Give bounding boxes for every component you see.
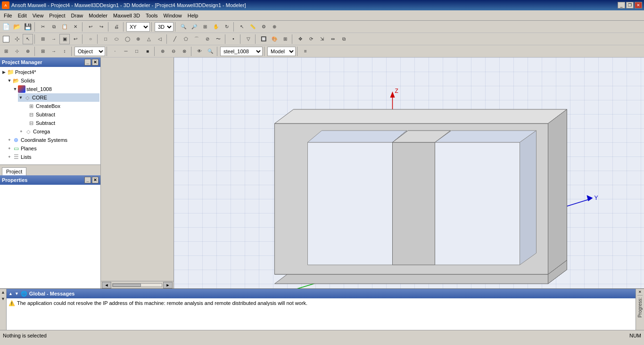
tb-pan[interactable]: ✋ bbox=[211, 22, 221, 32]
tb3-face[interactable]: □ bbox=[132, 46, 142, 57]
tb3-5[interactable]: → bbox=[49, 46, 59, 57]
tb2-box[interactable]: □ bbox=[100, 34, 111, 44]
tb2-arc[interactable]: ⌒ bbox=[191, 34, 202, 44]
close-button[interactable]: ✕ bbox=[635, 2, 642, 8]
scroll-track[interactable] bbox=[112, 283, 162, 287]
menu-modeler[interactable]: Modeler bbox=[86, 12, 110, 19]
tb2-poly[interactable]: ⬠ bbox=[181, 34, 191, 44]
tb3-last[interactable]: ≡ bbox=[300, 46, 311, 57]
tb2-2[interactable]: ⊹ bbox=[12, 34, 22, 44]
select-dropdown[interactable]: Object bbox=[74, 47, 105, 56]
cut-button[interactable]: ✂ bbox=[38, 22, 48, 32]
tb-tools-2[interactable]: ⊕ bbox=[269, 22, 280, 32]
redo-button[interactable]: ↪ bbox=[96, 22, 107, 32]
tb2-rotate2[interactable]: ⟳ bbox=[306, 34, 316, 44]
tb2-1[interactable] bbox=[1, 34, 11, 44]
copy-button[interactable]: ⧉ bbox=[49, 22, 59, 32]
tb2-assign[interactable]: ⊞ bbox=[280, 34, 290, 44]
tb2-color[interactable]: 🎨 bbox=[269, 34, 280, 44]
model-dropdown[interactable]: Model bbox=[267, 47, 296, 56]
tb2-circle[interactable]: ○ bbox=[85, 34, 96, 44]
delete-button[interactable]: ✕ bbox=[70, 22, 81, 32]
scroll-thumb[interactable] bbox=[113, 284, 141, 287]
prop-collapse-btn[interactable]: _ bbox=[84, 177, 91, 183]
tb-rotate[interactable]: ↻ bbox=[222, 22, 232, 32]
tb-select[interactable]: ↖ bbox=[237, 22, 247, 32]
tree-project4[interactable]: ▶ 📁 Project4* bbox=[1, 68, 99, 76]
tree-coord-systems[interactable]: + ⊕ Coordinate Systems bbox=[7, 136, 99, 144]
tb2-scale[interactable]: ⇲ bbox=[317, 34, 327, 44]
minimize-button[interactable]: _ bbox=[618, 2, 625, 8]
menu-draw[interactable]: Draw bbox=[68, 12, 86, 19]
tb-tools-1[interactable]: ⚙ bbox=[258, 22, 269, 32]
viewport-3d[interactable]: Z Y bbox=[174, 58, 644, 288]
tree-planes[interactable]: + ▭ Planes bbox=[7, 144, 99, 153]
tb3-snap-grid[interactable]: ⊹ bbox=[12, 46, 22, 57]
tb2-ellipse[interactable]: ⊘ bbox=[202, 34, 213, 44]
project-tab-button[interactable]: Project bbox=[2, 167, 26, 175]
tb3-view2[interactable]: 🔍 bbox=[205, 46, 215, 57]
tb2-filter[interactable]: ▽ bbox=[243, 34, 254, 44]
menu-maxwell3d[interactable]: Maxwell 3D bbox=[110, 12, 143, 19]
save-button[interactable]: 💾 bbox=[23, 22, 33, 32]
tb3-boolean-int[interactable]: ⊗ bbox=[179, 46, 190, 57]
tb2-line[interactable]: ╱ bbox=[170, 34, 180, 44]
tb-zoom-in[interactable]: 🔍 bbox=[178, 22, 189, 32]
tree-corega[interactable]: + ◇ Corega bbox=[18, 127, 99, 136]
tb3-6[interactable]: ↕ bbox=[59, 46, 70, 57]
menu-project[interactable]: Project bbox=[46, 12, 68, 19]
paste-button[interactable]: 📋 bbox=[59, 22, 70, 32]
tree-createbox[interactable]: ⊞ CreateBox bbox=[24, 102, 99, 110]
tree-lists[interactable]: + ☰ Lists bbox=[7, 153, 99, 161]
menu-edit[interactable]: Edit bbox=[15, 12, 30, 19]
tb3-boolean-union[interactable]: ⊕ bbox=[157, 46, 168, 57]
progress-close-btn[interactable]: ✕ bbox=[638, 290, 642, 294]
tb-measure[interactable]: 📏 bbox=[248, 22, 258, 32]
view-dropdown[interactable]: 3D bbox=[155, 22, 173, 32]
print-button[interactable]: 🖨 bbox=[111, 22, 122, 32]
menu-view[interactable]: View bbox=[30, 12, 47, 19]
material-dropdown[interactable]: steel_1008 bbox=[220, 47, 263, 56]
tb2-spline[interactable]: 〜 bbox=[213, 34, 223, 44]
open-button[interactable]: 📂 bbox=[12, 22, 22, 32]
tb2-wedge[interactable]: ◁ bbox=[155, 34, 165, 44]
menu-help[interactable]: Help bbox=[185, 12, 201, 19]
tb2-duplicate[interactable]: ⧉ bbox=[339, 34, 349, 44]
tb3-grid[interactable]: ⊞ bbox=[1, 46, 11, 57]
pm-close-btn[interactable]: ✕ bbox=[92, 59, 99, 66]
tb2-move[interactable]: ✥ bbox=[295, 34, 305, 44]
tb2-3[interactable]: ⊞ bbox=[38, 34, 48, 44]
msg-expand-btn[interactable]: ▲ bbox=[8, 291, 13, 296]
tb2-torus[interactable]: ⊕ bbox=[133, 34, 143, 44]
tb2-6[interactable]: ↩ bbox=[70, 34, 81, 44]
tb2-4[interactable]: → bbox=[49, 34, 59, 44]
tb2-cone[interactable]: △ bbox=[144, 34, 154, 44]
tb3-vertex[interactable]: · bbox=[110, 46, 120, 57]
tree-solids[interactable]: ▼ 📂 Solids bbox=[7, 76, 99, 85]
tree-steel1008[interactable]: ▼ steel_1008 bbox=[12, 85, 99, 93]
tree-subtract1[interactable]: ⊟ Subtract bbox=[24, 110, 99, 119]
new-button[interactable]: 📄 bbox=[1, 22, 11, 32]
tb2-sphere[interactable]: ◯ bbox=[122, 34, 132, 44]
tb3-coord[interactable]: ⊕ bbox=[23, 46, 33, 57]
tb3-edge[interactable]: ─ bbox=[121, 46, 131, 57]
bottom-collapse-btn[interactable]: ▼ bbox=[1, 296, 5, 301]
tb2-5[interactable]: ▣ bbox=[59, 34, 70, 44]
tb3-4[interactable]: ⊞ bbox=[38, 46, 48, 57]
menu-window[interactable]: Window bbox=[161, 12, 185, 19]
tb3-boolean-sub[interactable]: ⊖ bbox=[168, 46, 179, 57]
tb2-cursor[interactable]: ↖ bbox=[23, 34, 33, 44]
tb2-point[interactable]: • bbox=[228, 34, 239, 44]
tb-fit[interactable]: ⊞ bbox=[200, 22, 210, 32]
tree-subtract2[interactable]: ⊟ Subtract bbox=[24, 119, 99, 127]
scroll-right-btn[interactable]: ► bbox=[163, 282, 173, 288]
tree-core[interactable]: ▼ ◇ CORE bbox=[18, 93, 99, 102]
tb3-solid[interactable]: ■ bbox=[142, 46, 153, 57]
tb2-mirror[interactable]: ⇔ bbox=[328, 34, 338, 44]
menu-tools[interactable]: Tools bbox=[143, 12, 161, 19]
prop-close-btn[interactable]: ✕ bbox=[92, 177, 99, 183]
tree-hscroll[interactable]: ◄ ► bbox=[101, 281, 173, 288]
undo-button[interactable]: ↩ bbox=[85, 22, 96, 32]
pm-collapse-btn[interactable]: _ bbox=[84, 59, 91, 66]
tb3-view1[interactable]: 👁 bbox=[194, 46, 205, 57]
